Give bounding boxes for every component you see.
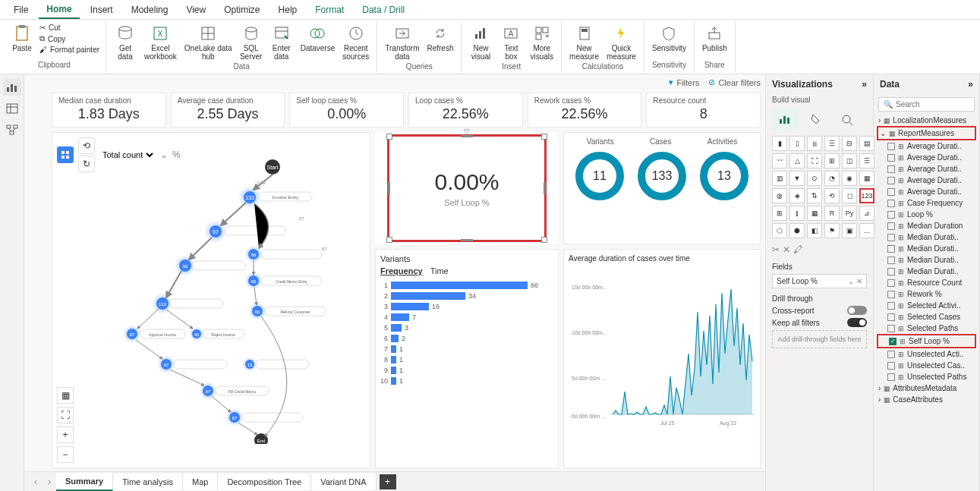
menu-datadrill[interactable]: Data / Drill	[355, 2, 412, 18]
paint-tool-icon[interactable]: 🖍	[793, 244, 802, 255]
add-page-button[interactable]: +	[380, 474, 396, 489]
viz-type-21[interactable]: ⟲	[824, 188, 840, 203]
viz-type-16[interactable]: ◉	[842, 171, 857, 186]
viz-type-31[interactable]: ⬢	[789, 223, 805, 238]
tab-time[interactable]: Time	[430, 266, 449, 277]
menu-format[interactable]: Format	[307, 2, 351, 18]
field-unselectedcas[interactable]: ⊞Unselected Cas..	[877, 360, 976, 371]
onelake-button[interactable]: OneLake data hub	[181, 23, 235, 62]
viz-type-18[interactable]: ◍	[772, 188, 787, 203]
sql-button[interactable]: SQL Server	[237, 23, 266, 62]
viz-type-12[interactable]: ▥	[772, 171, 787, 186]
enter-data-button[interactable]: Enter data	[267, 23, 296, 62]
tab-frequency[interactable]: Frequency	[380, 266, 423, 277]
cut-button[interactable]: ✂Cut	[38, 23, 101, 33]
card-resource[interactable]: Resource count8	[646, 93, 761, 127]
field-medianduration[interactable]: ⊞Median Duration	[877, 220, 976, 231]
new-measure-button[interactable]: New measure	[566, 23, 602, 62]
field-loop[interactable]: ⊞Loop %	[877, 209, 976, 220]
viz-type-3[interactable]: ☰	[824, 136, 840, 151]
viz-type-25[interactable]: ⫿	[789, 206, 805, 221]
checkbox[interactable]	[887, 143, 895, 150]
recent-sources-button[interactable]: Recent sources	[339, 23, 372, 62]
loop-icon-button[interactable]: ⟲	[78, 137, 95, 154]
checkbox[interactable]	[887, 325, 895, 332]
table-attributes[interactable]: ›▦AttributesMetadata	[877, 382, 976, 394]
variant-bar-row[interactable]: 53	[380, 324, 553, 332]
variant-bar-row[interactable]: 166	[380, 282, 553, 289]
checkbox[interactable]	[887, 188, 895, 196]
variant-bar-row[interactable]: 234	[380, 292, 553, 300]
kpi-donuts-panel[interactable]: Variants Cases Activities 11 133 13	[563, 132, 761, 244]
viz-type-5[interactable]: ▤	[859, 136, 874, 151]
data-view-button[interactable]	[3, 100, 21, 117]
menu-optimize[interactable]: Optimize	[216, 2, 267, 18]
refresh-button[interactable]: Refresh	[424, 23, 456, 54]
field-averagedurati[interactable]: ⊞Average Durati..	[877, 175, 976, 186]
viz-type-4[interactable]: ⊟	[842, 136, 857, 151]
field-unselectedacti[interactable]: ⊞Unselected Acti..	[877, 348, 976, 360]
menu-file[interactable]: File	[6, 2, 36, 18]
viz-type-6[interactable]: 〰	[772, 153, 787, 168]
copy-button[interactable]: ⧉Copy	[38, 33, 101, 44]
viz-type-33[interactable]: ⚑	[824, 223, 840, 238]
viz-type-29[interactable]: ⊿	[859, 206, 874, 221]
crossed-tool-icon[interactable]: ✕	[783, 244, 790, 255]
timechart-panel[interactable]: Average duration of cases over time 15d …	[563, 249, 761, 468]
field-casefrequency[interactable]: ⊞Case Frequency	[877, 197, 976, 209]
zoom-out-button[interactable]: −	[57, 446, 74, 463]
variants-panel[interactable]: Variants Frequency Time 1662343164753627…	[375, 249, 559, 468]
viz-type-26[interactable]: ▦	[807, 206, 822, 221]
field-selectedcases[interactable]: ⊞Selected Cases	[877, 311, 976, 323]
checkbox[interactable]	[887, 234, 895, 241]
viz-type-17[interactable]: ▦	[859, 171, 874, 186]
grid-toggle-button[interactable]: ▦	[57, 387, 74, 404]
process-map-panel[interactable]: ⟲ ↻ Total count ⌄ % Start	[52, 132, 370, 468]
tab-map[interactable]: Map	[183, 474, 218, 490]
viz-type-32[interactable]: ◧	[807, 223, 822, 238]
viz-type-28[interactable]: Py	[842, 206, 857, 221]
viz-type-0[interactable]: ▮	[772, 136, 787, 151]
tab-prev-button[interactable]: ‹	[29, 477, 43, 487]
viz-type-11[interactable]: ☰	[859, 153, 874, 168]
process-graph[interactable]: Start 133Invoice Entry 133 87 67 66 67 9…	[90, 156, 365, 463]
textbox-button[interactable]: AText box	[496, 23, 525, 62]
viz-type-35[interactable]: …	[859, 223, 874, 238]
table-caseattributes[interactable]: ›▦CaseAttributes	[877, 394, 976, 405]
keep-filters-toggle[interactable]	[847, 318, 867, 327]
tab-next-button[interactable]: ›	[43, 477, 56, 487]
card-loop[interactable]: Loop cases %22.56%	[408, 93, 523, 127]
viz-type-23[interactable]: 123	[859, 188, 874, 203]
viz-type-30[interactable]: ⬡	[772, 223, 787, 238]
menu-view[interactable]: View	[178, 2, 213, 18]
variant-bar-row[interactable]: 47	[380, 313, 553, 321]
field-mediandurati[interactable]: ⊞Median Durati..	[877, 243, 976, 254]
more-visuals-button[interactable]: +More visuals	[527, 23, 556, 62]
field-mediandurati[interactable]: ⊞Median Durati..	[877, 266, 976, 277]
clear-filters-button[interactable]: ⊘Clear filters	[708, 77, 761, 87]
field-averagedurati[interactable]: ⊞Average Durati..	[877, 163, 976, 175]
checkbox[interactable]	[887, 351, 895, 358]
variant-bar-row[interactable]: 81	[380, 356, 553, 364]
variant-bar-row[interactable]: 316	[380, 303, 553, 310]
tab-time-analysis[interactable]: Time analysis	[113, 474, 183, 490]
card-rework[interactable]: Rework cases %22.56%	[528, 93, 642, 127]
tab-variant-dna[interactable]: Variant DNA	[311, 474, 376, 490]
card-average[interactable]: Average case duration2.55 Days	[171, 93, 285, 127]
variant-bar-row[interactable]: 101	[380, 377, 553, 385]
viz-type-13[interactable]: ▼	[789, 171, 805, 186]
report-view-button[interactable]	[3, 79, 21, 96]
field-selfloop[interactable]: ⊞Self Loop %	[877, 334, 976, 348]
checkbox[interactable]	[887, 177, 895, 184]
viz-type-19[interactable]: ◈	[789, 188, 805, 203]
viz-type-14[interactable]: ⊙	[807, 171, 822, 186]
checkbox[interactable]	[887, 268, 895, 275]
analytics-mode-button[interactable]	[833, 109, 860, 130]
viz-type-9[interactable]: ⊞	[824, 153, 840, 168]
collapse-icon[interactable]: »	[968, 79, 973, 90]
tab-decomposition[interactable]: Decomposition Tree	[218, 474, 311, 490]
field-averagedurati[interactable]: ⊞Average Durati..	[877, 186, 976, 197]
field-averagedurati[interactable]: ⊞Average Durati..	[877, 140, 976, 152]
variant-bar-row[interactable]: 62	[380, 335, 553, 342]
sensitivity-button[interactable]: Sensitivity	[649, 23, 689, 54]
